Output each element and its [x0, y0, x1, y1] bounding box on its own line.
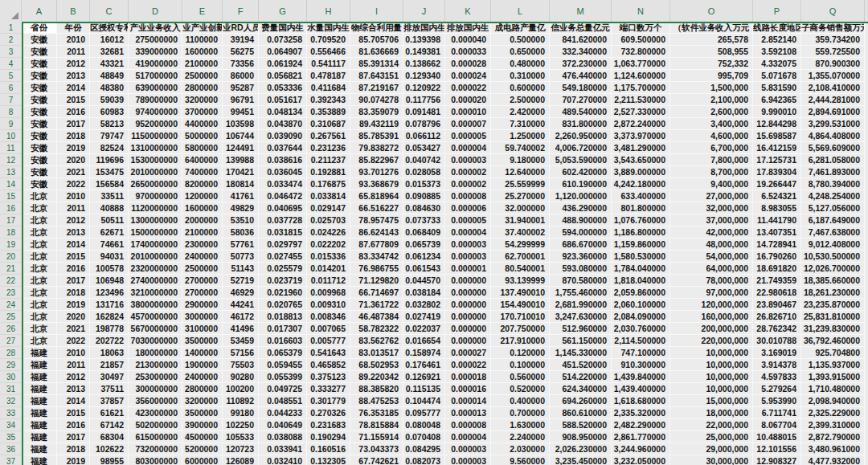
cell-O28[interactable]: 10,000,000 — [670, 347, 753, 359]
cell-K24[interactable]: 0.000000 — [445, 299, 491, 311]
cell-K32[interactable]: 0.000014 — [445, 395, 491, 407]
cell-H32[interactable]: 0.301779 — [307, 395, 350, 407]
cell-G16[interactable]: 0.040695 — [259, 202, 307, 214]
cell-I28[interactable]: 83.013517 — [350, 347, 403, 359]
row-number-26[interactable]: 26 — [0, 323, 22, 335]
cell-C24[interactable]: 131716 — [90, 299, 129, 311]
cell-H7[interactable]: 0.392343 — [307, 94, 350, 106]
cell-E31[interactable]: 2800000 — [182, 383, 223, 395]
column-header-P[interactable]: P — [753, 0, 801, 22]
cell-P23[interactable]: 22.980618 — [753, 287, 801, 299]
cell-I33[interactable]: 76.353185 — [350, 407, 403, 419]
row-number-4[interactable]: 4 — [0, 58, 22, 70]
cell-M3[interactable]: 332.340000 — [550, 46, 612, 58]
cell-P21[interactable]: 18.691820 — [753, 263, 801, 275]
cell-A7[interactable]: 安徽 — [22, 94, 57, 106]
cell-A21[interactable]: 北京 — [22, 263, 57, 275]
cell-J5[interactable]: 0.129340 — [403, 70, 445, 82]
cell-M5[interactable]: 476.440000 — [550, 70, 612, 82]
cell-F10[interactable]: 106744 — [223, 130, 259, 142]
cell-N12[interactable]: 3,543.650000 — [612, 154, 670, 166]
row-number-36[interactable]: 36 — [0, 443, 22, 455]
cell-G29[interactable]: 0.059455 — [259, 359, 307, 371]
cell-G21[interactable]: 0.025579 — [259, 263, 307, 275]
cell-P17[interactable]: 11.441790 — [753, 214, 801, 226]
cell-H12[interactable]: 0.211237 — [307, 154, 350, 166]
cell-K7[interactable]: 0.000020 — [445, 94, 491, 106]
cell-P4[interactable]: 4.332075 — [753, 58, 801, 70]
cell-E20[interactable]: 2400000 — [182, 251, 223, 263]
cell-Q25[interactable]: 25,831.810000 — [801, 311, 865, 323]
cell-E5[interactable]: 2500000 — [182, 70, 223, 82]
cell-D28[interactable]: 180000000 — [129, 347, 182, 359]
cell-H1[interactable]: 水量国内生 — [307, 22, 350, 34]
cell-N3[interactable]: 732.800000 — [612, 46, 670, 58]
cell-F3[interactable]: 56275 — [223, 46, 259, 58]
cell-M31[interactable]: 624.340000 — [550, 383, 612, 395]
cell-D5[interactable]: 517000000 — [129, 70, 182, 82]
cell-P5[interactable]: 5.071678 — [753, 70, 801, 82]
cell-N36[interactable]: 3,244.960000 — [612, 443, 670, 455]
cell-I14[interactable]: 93.368679 — [350, 178, 403, 190]
row-number-13[interactable]: 13 — [0, 166, 22, 178]
cell-E3[interactable]: 1600000 — [182, 46, 223, 58]
column-header-G[interactable]: G — [259, 0, 307, 22]
cell-C14[interactable]: 156584 — [90, 178, 129, 190]
column-header-C[interactable]: C — [90, 0, 129, 22]
cell-I34[interactable]: 78.815884 — [350, 419, 403, 431]
cell-B17[interactable]: 2012 — [57, 214, 90, 226]
cell-H24[interactable]: 0.009310 — [307, 299, 350, 311]
cell-F14[interactable]: 180814 — [223, 178, 259, 190]
cell-G2[interactable]: 0.073258 — [259, 34, 307, 46]
cell-O31[interactable]: 10,000,000 — [670, 383, 753, 395]
cell-A32[interactable]: 福建 — [22, 395, 57, 407]
cell-B5[interactable]: 2013 — [57, 70, 90, 82]
row-number-6[interactable]: 6 — [0, 82, 22, 94]
cell-G23[interactable]: 0.021960 — [259, 287, 307, 299]
cell-M13[interactable]: 602.420000 — [550, 166, 612, 178]
cell-J27[interactable]: 0.016654 — [403, 335, 445, 347]
cell-F4[interactable]: 73356 — [223, 58, 259, 70]
cell-G8[interactable]: 0.048134 — [259, 106, 307, 118]
cell-J25[interactable]: 0.027419 — [403, 311, 445, 323]
cell-I9[interactable]: 89.432119 — [350, 118, 403, 130]
cell-A2[interactable]: 安徽 — [22, 34, 57, 46]
cell-Q21[interactable]: 12,026.700000 — [801, 263, 865, 275]
cell-J32[interactable]: 0.104474 — [403, 395, 445, 407]
cell-F18[interactable]: 58036 — [223, 226, 259, 239]
row-number-2[interactable]: 2 — [0, 34, 22, 46]
cell-H33[interactable]: 0.270326 — [307, 407, 350, 419]
cell-B32[interactable]: 2014 — [57, 395, 90, 407]
cell-K22[interactable]: 0.000000 — [445, 275, 491, 287]
cell-A1[interactable]: 省份 — [22, 22, 57, 34]
cell-B35[interactable]: 2017 — [57, 431, 90, 443]
cell-G33[interactable]: 0.044233 — [259, 407, 307, 419]
cell-G10[interactable]: 0.039090 — [259, 130, 307, 142]
cell-O9[interactable]: 3,400,000 — [670, 118, 753, 130]
cell-O26[interactable]: 200,000,000 — [670, 323, 753, 335]
cell-E37[interactable]: 6000000 — [182, 455, 223, 465]
cell-I32[interactable]: 88.475253 — [350, 395, 403, 407]
cell-O25[interactable]: 160,000,000 — [670, 311, 753, 323]
cell-N34[interactable]: 2,482.290000 — [612, 419, 670, 431]
cell-Q16[interactable]: 5,127.056000 — [801, 202, 865, 214]
row-number-8[interactable]: 8 — [0, 106, 22, 118]
cell-D6[interactable]: 639000000 — [129, 82, 182, 94]
cell-E18[interactable]: 2100000 — [182, 226, 223, 239]
cell-E21[interactable]: 2500000 — [182, 263, 223, 275]
cell-D17[interactable]: 1300000000 — [129, 214, 182, 226]
cell-D2[interactable]: 275000000 — [129, 34, 182, 46]
cell-N23[interactable]: 2,059.860000 — [612, 287, 670, 299]
cell-P7[interactable]: 6.942365 — [753, 94, 801, 106]
cell-C3[interactable]: 32681 — [90, 46, 129, 58]
cell-M6[interactable]: 549.180000 — [550, 82, 612, 94]
column-header-L[interactable]: L — [491, 0, 550, 22]
cell-F24[interactable]: 44241 — [223, 299, 259, 311]
row-number-14[interactable]: 14 — [0, 178, 22, 190]
column-header-B[interactable]: B — [57, 0, 90, 22]
cell-B13[interactable]: 2021 — [57, 166, 90, 178]
cell-O2[interactable]: 265,578 — [670, 34, 753, 46]
cell-C6[interactable]: 48380 — [90, 82, 129, 94]
cell-H31[interactable]: 0.333277 — [307, 383, 350, 395]
cell-H11[interactable]: 0.231236 — [307, 142, 350, 154]
